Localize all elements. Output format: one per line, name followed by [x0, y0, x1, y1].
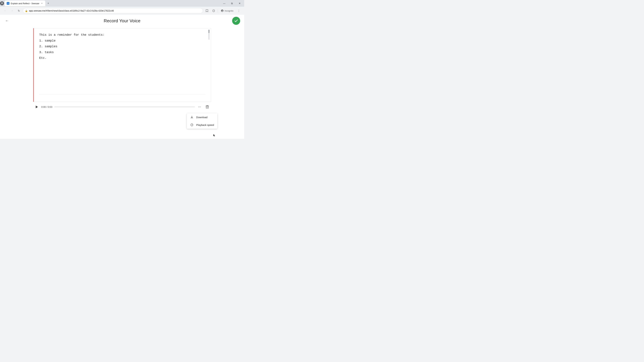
- list-item-2: 2. samples: [39, 44, 206, 49]
- scroll-thumb: [208, 30, 210, 33]
- page-title: Record Your Voice: [104, 18, 140, 23]
- svg-marker-0: [36, 106, 38, 108]
- more-button[interactable]: ⋮: [236, 8, 242, 13]
- separator: [39, 94, 206, 94]
- time-display: 0:00 / 0:03: [41, 106, 52, 108]
- profile-avatar[interactable]: [0, 1, 4, 5]
- delete-button[interactable]: [204, 104, 210, 110]
- browser-chrome: S Explain and Reflect - Seesaw × + — ⧉ ✕…: [0, 0, 244, 15]
- svg-point-1: [198, 107, 199, 107]
- download-icon: [190, 116, 194, 119]
- list-item-4: Etc.: [39, 55, 206, 61]
- download-menu-item[interactable]: Download: [187, 113, 217, 121]
- svg-point-3: [200, 107, 201, 107]
- text-content: This is a reminder for the students: 1. …: [39, 32, 206, 61]
- cursor: [213, 134, 216, 137]
- tab-bar: S Explain and Reflect - Seesaw × + — ⧉ ✕: [0, 0, 244, 7]
- tab-close-button[interactable]: ×: [40, 2, 43, 5]
- text-display-box: This is a reminder for the students: 1. …: [33, 28, 211, 102]
- more-options-button[interactable]: [197, 104, 202, 110]
- tab-favicon: S: [7, 2, 10, 5]
- lock-icon: 🔒: [25, 9, 28, 12]
- back-button[interactable]: ←: [4, 18, 10, 24]
- check-button[interactable]: [232, 17, 240, 25]
- tab-title: Explain and Reflect - Seesaw: [11, 2, 39, 5]
- download-label: Download: [196, 116, 208, 119]
- incognito-badge: Incognito: [219, 9, 235, 12]
- play-button[interactable]: [34, 104, 39, 110]
- list-item-3: 3. tasks: [39, 50, 206, 55]
- page-content: ← Record Your Voice This is a reminder f…: [0, 15, 244, 139]
- window-controls: — ⧉ ✕: [220, 1, 244, 6]
- scroll-indicator: [208, 30, 210, 40]
- extensions-button[interactable]: [211, 8, 216, 13]
- maximize-button[interactable]: ⧉: [228, 1, 236, 6]
- svg-point-2: [200, 107, 200, 107]
- bookmark-button[interactable]: [204, 8, 210, 13]
- minimize-button[interactable]: —: [220, 1, 228, 6]
- app-header: ← Record Your Voice: [0, 15, 244, 27]
- svg-point-6: [192, 125, 192, 125]
- playback-speed-label: Playback speed: [196, 123, 214, 126]
- address-bar-row: ← → ↻ 🔒 app.seesaw.me/#/item/new/class/c…: [0, 7, 244, 15]
- browser-tab-active[interactable]: S Explain and Reflect - Seesaw ×: [5, 0, 45, 6]
- forward-button[interactable]: →: [10, 8, 15, 13]
- address-bar[interactable]: 🔒 app.seesaw.me/#/item/new/class/class.e…: [23, 8, 203, 13]
- back-button[interactable]: ←: [3, 8, 8, 13]
- svg-rect-4: [206, 106, 208, 108]
- context-menu: Download Playback speed: [187, 113, 217, 129]
- list-item-1: 1. sample: [39, 38, 206, 43]
- progress-bar[interactable]: [54, 107, 195, 107]
- playback-speed-icon: [190, 123, 194, 126]
- audio-player: 0:00 / 0:03: [33, 104, 211, 110]
- refresh-button[interactable]: ↻: [16, 8, 22, 13]
- content-area: This is a reminder for the students: 1. …: [0, 27, 244, 113]
- url-display: app.seesaw.me/#/item/new/class/class.e01…: [29, 9, 201, 12]
- incognito-label: Incognito: [224, 9, 234, 12]
- new-tab-button[interactable]: +: [46, 1, 51, 6]
- close-button[interactable]: ✕: [236, 1, 244, 6]
- playback-speed-menu-item[interactable]: Playback speed: [187, 121, 217, 129]
- reminder-text: This is a reminder for the students:: [39, 32, 206, 37]
